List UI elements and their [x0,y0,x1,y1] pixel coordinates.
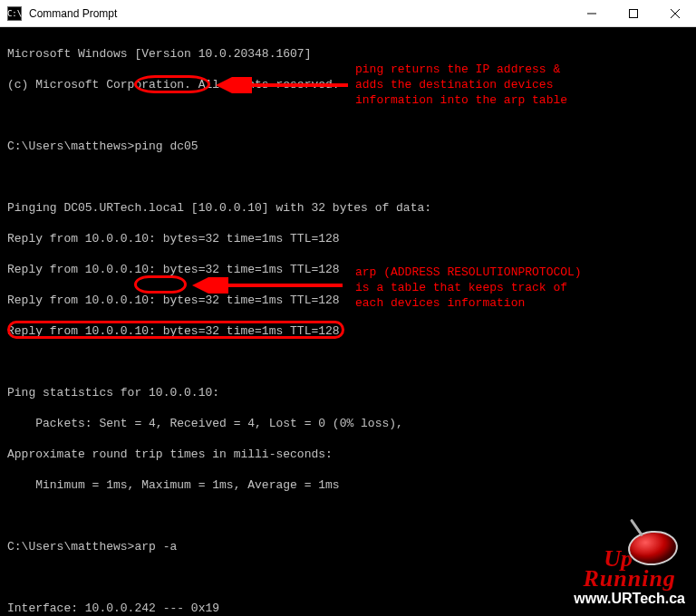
ping-command-line: C:\Users\matthews>ping dc05 [7,139,691,154]
window-title: Command Prompt [29,7,117,20]
arp-command-line: C:\Users\matthews>arp -a [7,539,691,554]
close-button[interactable] [654,0,696,26]
svg-rect-0 [630,9,638,17]
ping-rt-values: Minimum = 1ms, Maximum = 1ms, Average = … [7,477,691,493]
ping-reply: Reply from 10.0.0.10: bytes=32 time=1ms … [7,323,691,339]
prompt: C:\Users\matthews> [7,540,134,553]
arp-annotation: arp (ADDRESS RESOLUTIONPROTOCOL) is a ta… [355,265,582,311]
ping-header: Pinging DC05.URTech.local [10.0.0.10] wi… [7,200,691,216]
ping-rt-header: Approximate round trip times in milli-se… [7,447,691,462]
titlebar: C:\ Command Prompt [0,0,696,27]
ping-stats-header: Ping statistics for 10.0.0.10: [7,385,691,400]
ping-annotation: ping returns the IP address & adds the d… [355,62,567,108]
ping-command: ping dc05 [134,140,198,153]
os-version-line: Microsoft Windows [Version 10.0.20348.16… [7,46,691,62]
arp-interface-line: Interface: 10.0.0.242 --- 0x19 [7,601,691,616]
minimize-button[interactable] [571,0,613,26]
ping-reply: Reply from 10.0.0.10: bytes=32 time=1ms … [7,293,691,308]
terminal-output[interactable]: Microsoft Windows [Version 10.0.20348.16… [0,27,696,616]
arp-command: arp -a [134,540,177,553]
copyright-line: (c) Microsoft Corporation. All rights re… [7,77,691,92]
ping-reply: Reply from 10.0.0.10: bytes=32 time=1ms … [7,262,691,277]
ping-reply: Reply from 10.0.0.10: bytes=32 time=1ms … [7,231,691,246]
cmd-icon: C:\ [7,6,22,21]
prompt: C:\Users\matthews> [7,140,134,153]
maximize-button[interactable] [613,0,654,26]
ping-packets: Packets: Sent = 4, Received = 4, Lost = … [7,416,691,431]
window-controls [571,0,696,26]
